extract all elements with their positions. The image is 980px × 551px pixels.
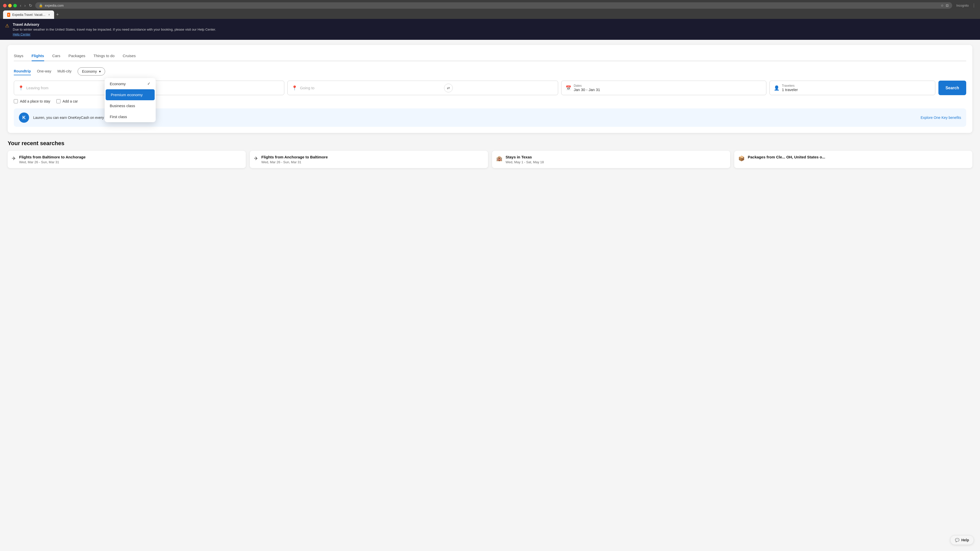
- destination-icon: 📍: [292, 85, 298, 91]
- window-controls: [3, 4, 17, 7]
- recent-title-3: Stays in Texas: [506, 155, 544, 159]
- tab-packages[interactable]: Packages: [68, 51, 85, 61]
- explore-onekey-link[interactable]: Explore One Key benefits: [921, 116, 961, 120]
- address-bar[interactable]: 🔒 expedia.com ☆ ⊡: [35, 2, 953, 9]
- advisory-title: Travel Advisory: [13, 22, 975, 27]
- tab-bar: E Expedia Travel: Vacation Home... × +: [3, 11, 977, 19]
- recent-subtitle-3: Wed, May 1 - Sat, May 18: [506, 160, 544, 164]
- business-class-label: Business class: [110, 103, 135, 108]
- advisory-icon: ⚠: [5, 23, 9, 29]
- bookmark-icon[interactable]: ☆: [941, 3, 944, 7]
- advisory-text: Due to winter weather in the United Stat…: [13, 27, 975, 32]
- dates-label: Dates: [574, 84, 600, 87]
- flight-icon-1: ✈: [12, 156, 16, 162]
- swap-icon: ⇄: [447, 86, 450, 90]
- recent-title-2: Flights from Anchorage to Baltimore: [261, 155, 328, 159]
- back-button[interactable]: ‹: [19, 2, 22, 9]
- main-content: Stays Flights Cars Packages Things to do…: [8, 45, 972, 133]
- tab-flights[interactable]: Flights: [32, 51, 44, 61]
- recent-searches-grid: ✈ Flights from Baltimore to Anchorage We…: [8, 151, 972, 168]
- search-options: Roundtrip One-way Multi-city Economy ▾: [14, 67, 966, 76]
- first-class-label: First class: [110, 114, 127, 119]
- forward-button[interactable]: ›: [23, 2, 27, 9]
- cabin-class-dropdown: Economy ✓ Premium economy Business class…: [105, 78, 156, 122]
- traveler-icon: 👤: [774, 85, 780, 91]
- travelers-label: Travelers: [782, 84, 798, 87]
- search-fields: 📍 Leaving from ⇄ 📍 Going to 📅 Dates Jan …: [14, 81, 966, 95]
- recent-title-4: Packages from Cle... OH, United States o…: [748, 155, 825, 159]
- leaving-from-placeholder: Leaving from: [26, 86, 48, 90]
- tab-things-to-do[interactable]: Things to do: [94, 51, 115, 61]
- economy-option-label: Economy: [110, 82, 126, 86]
- recent-search-1[interactable]: ✈ Flights from Baltimore to Anchorage We…: [8, 151, 246, 168]
- tab-stays[interactable]: Stays: [14, 51, 24, 61]
- security-icon: 🔒: [39, 3, 43, 7]
- window-maximize-button[interactable]: [13, 4, 17, 7]
- onekey-text: Lauren, you can earn OneKeyCash on every…: [33, 116, 916, 120]
- advisory-banner: ⚠ Travel Advisory Due to winter weather …: [0, 19, 980, 40]
- addons-row: Add a place to stay Add a car: [14, 99, 966, 103]
- recent-search-2[interactable]: ✈ Flights from Anchorage to Baltimore We…: [250, 151, 488, 168]
- economy-checkmark: ✓: [147, 81, 151, 86]
- add-car-label: Add a car: [62, 99, 78, 103]
- economy-dropdown-button[interactable]: Economy ▾: [78, 67, 105, 76]
- window-minimize-button[interactable]: [8, 4, 12, 7]
- tab-cars[interactable]: Cars: [52, 51, 60, 61]
- refresh-button[interactable]: ↻: [28, 2, 33, 9]
- economy-label: Economy: [82, 69, 97, 73]
- onekey-avatar: K: [19, 113, 29, 123]
- multicity-tab[interactable]: Multi-city: [57, 68, 72, 75]
- advisory-link[interactable]: Help Center: [13, 32, 975, 36]
- recent-search-4[interactable]: 📦 Packages from Cle... OH, United States…: [734, 151, 972, 168]
- window-close-button[interactable]: [3, 4, 6, 7]
- premium-economy-label: Premium economy: [111, 93, 143, 97]
- dates-value: Jan 30 - Jan 31: [574, 87, 600, 92]
- first-class-option[interactable]: First class: [105, 111, 156, 122]
- recent-search-3[interactable]: 🏨 Stays in Texas Wed, May 1 - Sat, May 1…: [492, 151, 730, 168]
- recent-title-1: Flights from Baltimore to Anchorage: [19, 155, 86, 159]
- recent-subtitle-2: Wed, Mar 26 - Sun, Mar 31: [261, 160, 328, 164]
- roundtrip-tab[interactable]: Roundtrip: [14, 68, 31, 75]
- browser-navigation: ‹ › ↻: [19, 2, 33, 9]
- flight-icon-2: ✈: [254, 156, 258, 162]
- hotel-icon: 🏨: [496, 156, 503, 162]
- going-to-field[interactable]: 📍 Going to: [287, 81, 558, 95]
- package-icon: 📦: [738, 156, 745, 162]
- url-text: expedia.com: [45, 3, 939, 7]
- swap-button[interactable]: ⇄: [444, 84, 453, 92]
- premium-economy-option[interactable]: Premium economy: [106, 89, 155, 100]
- new-tab-button[interactable]: +: [55, 11, 60, 19]
- location-icon: 📍: [18, 85, 24, 91]
- going-to-placeholder: Going to: [300, 86, 314, 90]
- calendar-icon: 📅: [566, 85, 571, 91]
- chevron-down-icon: ▾: [99, 69, 101, 73]
- oneway-tab[interactable]: One-way: [37, 68, 51, 75]
- search-button[interactable]: Search: [939, 81, 966, 95]
- add-car-input[interactable]: [56, 99, 60, 103]
- travelers-field[interactable]: 👤 Travelers 1 traveler: [770, 81, 935, 95]
- nav-tabs: Stays Flights Cars Packages Things to do…: [14, 51, 966, 61]
- onekey-banner: K Lauren, you can earn OneKeyCash on eve…: [14, 108, 966, 127]
- browser-menu-button[interactable]: ⋮: [971, 2, 977, 9]
- tab-cruises[interactable]: Cruises: [123, 51, 136, 61]
- recent-searches-title: Your recent searches: [8, 140, 972, 147]
- tab-close-button[interactable]: ×: [48, 13, 50, 17]
- tab-favicon: E: [7, 13, 10, 17]
- incognito-label: Incognito: [956, 4, 969, 7]
- browser-chrome: ‹ › ↻ 🔒 expedia.com ☆ ⊡ Incognito ⋮ E Ex…: [0, 0, 980, 19]
- recent-subtitle-1: Wed, Mar 26 - Sun, Mar 31: [19, 160, 86, 164]
- active-tab[interactable]: E Expedia Travel: Vacation Home... ×: [3, 11, 54, 19]
- add-stay-checkbox[interactable]: Add a place to stay: [14, 99, 50, 103]
- economy-option[interactable]: Economy ✓: [105, 78, 156, 89]
- advisory-content: Travel Advisory Due to winter weather in…: [13, 22, 975, 36]
- tab-title: Expedia Travel: Vacation Home...: [12, 13, 46, 17]
- add-stay-label: Add a place to stay: [20, 99, 50, 103]
- dates-field[interactable]: 📅 Dates Jan 30 - Jan 31: [561, 81, 767, 95]
- add-car-checkbox[interactable]: Add a car: [56, 99, 78, 103]
- travelers-value: 1 traveler: [782, 87, 798, 92]
- screenshot-icon[interactable]: ⊡: [946, 3, 948, 7]
- add-stay-input[interactable]: [14, 99, 18, 103]
- business-class-option[interactable]: Business class: [105, 100, 156, 111]
